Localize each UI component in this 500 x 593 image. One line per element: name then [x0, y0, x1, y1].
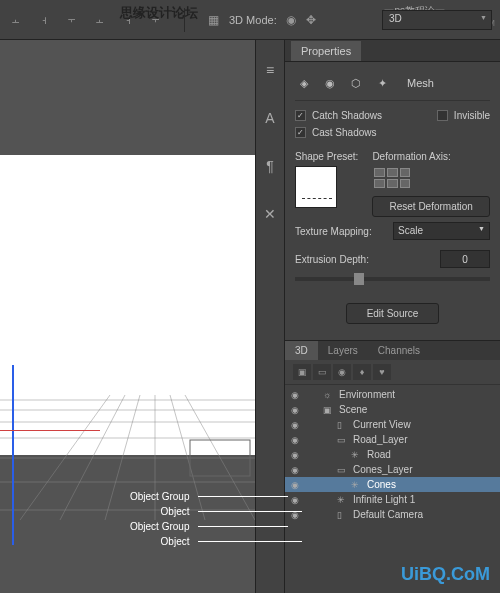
visibility-icon[interactable]: ◉ [289, 390, 301, 400]
item-type-icon: ✳ [337, 495, 349, 505]
visibility-icon[interactable]: ◉ [289, 420, 301, 430]
item-type-icon: ▣ [323, 405, 335, 415]
mesh-label: Mesh [407, 77, 434, 89]
tree-item-label: Cones [367, 479, 396, 490]
tree-item-label: Road_Layer [353, 434, 407, 445]
visibility-icon[interactable]: ◉ [289, 480, 301, 490]
catch-shadows-checkbox[interactable]: ✓ [295, 110, 306, 121]
item-type-icon: ✳ [351, 450, 363, 460]
item-type-icon: ▯ [337, 420, 349, 430]
tree-row[interactable]: ◉✳Infinite Light 1 [285, 492, 500, 507]
x-axis [0, 430, 100, 431]
invisible-label: Invisible [454, 110, 490, 121]
item-type-icon: ☼ [323, 390, 335, 400]
shape-preset-label: Shape Preset: [295, 145, 358, 166]
tree-item-label: Road [367, 449, 391, 460]
visibility-icon[interactable]: ◉ [289, 450, 301, 460]
watermark: 思缘设计论坛 [120, 4, 198, 22]
svg-line-8 [60, 395, 125, 520]
cap-icon[interactable]: ⬡ [347, 74, 365, 92]
item-type-icon: ✳ [351, 480, 363, 490]
filter-lightbulb-icon[interactable]: ♥ [373, 364, 391, 380]
tab-channels[interactable]: Channels [368, 341, 430, 360]
filter-all-icon[interactable]: ▣ [293, 364, 311, 380]
pan-icon[interactable]: ✥ [303, 12, 319, 28]
annotation-arrow [198, 496, 288, 497]
3d-panel: 3D Layers Channels ▣ ▭ ◉ ♦ ♥ ◉☼Environme… [285, 340, 500, 524]
visibility-icon[interactable]: ◉ [289, 495, 301, 505]
tree-row[interactable]: ◉▭Cones_Layer [285, 462, 500, 477]
shape-preset-picker[interactable] [295, 166, 337, 208]
svg-line-7 [20, 395, 110, 520]
filter-mesh-icon[interactable]: ▭ [313, 364, 331, 380]
tree-item-label: Scene [339, 404, 367, 415]
mode-label: 3D Mode: [229, 14, 277, 26]
canvas[interactable]: Object Group Object Object Group Object [0, 40, 255, 593]
texture-mapping-select[interactable]: Scale ▼ [393, 222, 490, 240]
tree-row[interactable]: ◉▯Default Camera [285, 507, 500, 522]
tree-row[interactable]: ◉✳Cones [285, 477, 500, 492]
mode-dropdown[interactable]: 3D [382, 10, 492, 30]
tree-item-label: Default Camera [353, 509, 423, 520]
visibility-icon[interactable]: ◉ [289, 405, 301, 415]
filter-material-icon[interactable]: ◉ [333, 364, 351, 380]
filter-bar: ▣ ▭ ◉ ♦ ♥ [285, 360, 500, 385]
align-icon[interactable]: ⫠ [8, 12, 24, 28]
filter-light-icon[interactable]: ♦ [353, 364, 371, 380]
annotation-arrow [198, 541, 302, 542]
annotation-label: Object Group [130, 489, 189, 504]
tree-row[interactable]: ◉☼Environment [285, 387, 500, 402]
coords-icon[interactable]: ✦ [373, 74, 391, 92]
annotation-arrow [198, 526, 288, 527]
reset-deformation-button[interactable]: Reset Deformation [372, 196, 490, 217]
visibility-icon[interactable]: ◉ [289, 465, 301, 475]
tree-row[interactable]: ◉✳Road [285, 447, 500, 462]
tab-3d[interactable]: 3D [285, 341, 318, 360]
tool-icon[interactable]: ✕ [260, 204, 280, 224]
paragraph-icon[interactable]: ¶ [260, 156, 280, 176]
distribute-icon[interactable]: ⫠ [92, 12, 108, 28]
type-icon[interactable]: A [260, 108, 280, 128]
cast-shadows-checkbox[interactable]: ✓ [295, 127, 306, 138]
tree-item-label: Environment [339, 389, 395, 400]
invisible-checkbox[interactable] [437, 110, 448, 121]
extrusion-depth-input[interactable] [440, 250, 490, 268]
y-axis [12, 365, 14, 545]
extrusion-depth-label: Extrusion Depth: [295, 254, 385, 265]
properties-tab[interactable]: Properties [291, 41, 361, 61]
right-panels: Properties ◈ ◉ ⬡ ✦ Mesh ✓ Catch Shadows … [285, 40, 500, 593]
watermark-bottom: UiBQ.CoM [401, 564, 490, 585]
texture-mapping-label: Texture Mapping: [295, 226, 385, 237]
scene-tree: ◉☼Environment◉▣Scene◉▯Current View◉▭Road… [285, 385, 500, 524]
align-icon[interactable]: ⫞ [36, 12, 52, 28]
item-type-icon: ▭ [337, 465, 349, 475]
tree-row[interactable]: ◉▣Scene [285, 402, 500, 417]
align-icon[interactable]: ⫟ [64, 12, 80, 28]
orbit-icon[interactable]: ◉ [283, 12, 299, 28]
annotation-label: Object Group [130, 519, 189, 534]
annotation-label: Object [130, 504, 189, 519]
properties-header: Properties [285, 40, 500, 62]
tree-row[interactable]: ◉▭Road_Layer [285, 432, 500, 447]
catch-shadows-label: Catch Shadows [312, 110, 382, 121]
annotation-arrow [198, 511, 302, 512]
extrusion-slider[interactable] [295, 277, 490, 281]
deformation-axis-label: Deformation Axis: [372, 145, 490, 166]
annotation-labels: Object Group Object Object Group Object [130, 489, 189, 549]
deformation-axis-grid[interactable] [372, 166, 412, 190]
deform-icon[interactable]: ◉ [321, 74, 339, 92]
edit-source-button[interactable]: Edit Source [346, 303, 440, 324]
ground-plane [0, 380, 255, 520]
mesh-icon[interactable]: ◈ [295, 74, 313, 92]
grid-icon[interactable]: ▦ [205, 12, 221, 28]
svg-line-12 [185, 395, 255, 520]
tree-item-label: Current View [353, 419, 411, 430]
cast-shadows-label: Cast Shadows [312, 127, 376, 138]
property-type-icons: ◈ ◉ ⬡ ✦ Mesh [295, 70, 490, 96]
item-type-icon: ▯ [337, 510, 349, 520]
tab-layers[interactable]: Layers [318, 341, 368, 360]
history-icon[interactable]: ≡ [260, 60, 280, 80]
tree-row[interactable]: ◉▯Current View [285, 417, 500, 432]
tree-item-label: Cones_Layer [353, 464, 412, 475]
visibility-icon[interactable]: ◉ [289, 435, 301, 445]
